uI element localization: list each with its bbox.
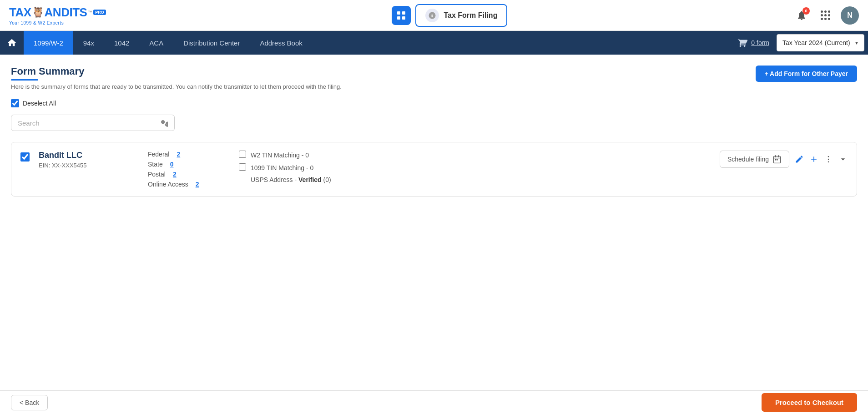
tin-1099-checkbox-wrapper [239,163,246,172]
tin-1099-row: 1099 TIN Matching - 0 [239,163,711,172]
w2-tin-label: W2 TIN Matching - 0 [251,151,309,159]
svg-rect-7 [775,159,777,161]
federal-count-row: Federal 2 [148,151,230,158]
search-input[interactable] [18,119,156,127]
notification-badge: 0 [802,7,810,15]
pro-badge: PRO [93,10,106,15]
state-count-row: State 0 [148,161,230,168]
logo-brand2: ANDITS [45,5,87,20]
svg-point-9 [828,156,829,157]
grid-dots-icon [821,10,830,20]
main-nav: 1099/W-2 94x 1042 ACA Distribution Cente… [0,31,868,55]
nav-item-address-book[interactable]: Address Book [250,31,312,55]
payer-actions: Schedule filing [720,151,848,168]
svg-rect-2 [397,16,400,20]
usps-count: (0) [323,176,331,183]
expand-chevron-btn[interactable] [838,155,848,164]
cart-count: 0 form [751,39,769,46]
online-access-label: Online Access [148,181,188,188]
form-summary-title-block: Form Summary Here is the summary of form… [11,66,342,90]
svg-point-11 [828,162,829,163]
online-access-count-row: Online Access 2 [148,181,230,188]
tin-1099-label: 1099 TIN Matching - 0 [251,164,313,172]
grid-white-icon [396,10,406,20]
tin-1099-checkbox[interactable] [239,163,246,171]
w2-tin-checkbox[interactable] [239,151,246,158]
svg-rect-1 [402,11,405,15]
svg-rect-3 [402,16,405,20]
apps-grid-btn[interactable] [817,7,833,24]
state-count[interactable]: 0 [170,161,174,168]
search-wrapper [11,115,175,131]
payer-counts: Federal 2 State 0 Postal 2 Online Access… [148,151,230,188]
logo-brand: TAX [9,5,31,20]
nav-cart-btn[interactable]: 0 form [730,38,777,48]
tax-form-filing-btn[interactable]: $ Tax Form Filing [415,4,507,27]
nav-home-btn[interactable] [0,31,24,55]
pencil-icon [795,155,804,164]
logo-area: TAX 🦉 ANDITS ™ PRO Your 1099 & W2 Expert… [9,5,106,25]
tax-icon: $ [428,11,436,20]
postal-count-row: Postal 2 [148,171,230,178]
nav-item-94x[interactable]: 94x [73,31,104,55]
w2-tin-checkbox-wrapper [239,151,246,160]
payer-checkbox-wrapper [20,152,30,163]
notification-btn[interactable]: 0 [793,7,810,24]
tax-form-icon-circle: $ [425,9,439,22]
chevron-down-icon [838,155,848,164]
header-center: $ Tax Form Filing [106,4,793,27]
logo-owl: 🦉 [32,6,44,18]
content-area: Form Summary Here is the summary of form… [0,55,868,233]
more-options-btn[interactable] [824,155,833,164]
tax-year-select[interactable]: Tax Year 2024 (Current) Tax Year 2023 Ta… [777,34,864,51]
search-icon [160,119,168,127]
online-access-count[interactable]: 2 [196,181,199,188]
postal-count[interactable]: 2 [173,171,177,178]
form-summary-header: Form Summary Here is the summary of form… [11,66,857,90]
nav-item-aca[interactable]: ACA [139,31,173,55]
nav-item-distribution-center[interactable]: Distribution Center [173,31,250,55]
header: TAX 🦉 ANDITS ™ PRO Your 1099 & W2 Expert… [0,0,868,31]
usps-status: Verified [298,176,322,183]
svg-rect-0 [397,11,400,15]
payer-name: Bandit LLC [39,151,139,160]
user-avatar[interactable]: N [841,6,859,25]
edit-icon-btn[interactable] [795,155,804,164]
nav-item-1099-w2[interactable]: 1099/W-2 [24,31,73,55]
deselect-row: Deselect All [11,99,857,107]
header-right: 0 N [793,6,859,25]
payer-tin-section: W2 TIN Matching - 0 1099 TIN Matching - … [239,151,711,183]
form-summary-desc: Here is the summary of forms that are re… [11,83,342,90]
postal-label: Postal [148,171,166,178]
state-label: State [148,161,163,168]
cart-icon [737,38,747,48]
svg-point-10 [828,159,829,160]
payer-select-checkbox[interactable] [20,152,30,162]
schedule-filing-btn[interactable]: Schedule filing [720,151,789,168]
usps-label: USPS Address - [251,176,298,183]
plus-icon [809,155,818,164]
logo-tagline: Your 1099 & W2 Experts [9,20,106,25]
search-icon-btn[interactable] [160,119,168,127]
home-icon [7,38,17,48]
calendar-icon [772,155,782,164]
svg-rect-8 [777,159,778,161]
w2-tin-row: W2 TIN Matching - 0 [239,151,711,160]
title-underline [11,79,38,81]
federal-label: Federal [148,151,169,158]
form-summary-title: Form Summary [11,66,342,77]
usps-row: USPS Address - Verified (0) [239,176,711,183]
payer-info: Bandit LLC EIN: XX-XXX5455 [39,151,139,169]
payer-ein: EIN: XX-XXX5455 [39,162,139,169]
add-form-btn[interactable]: + Add Form for Other Payer [756,66,857,82]
nav-item-1042[interactable]: 1042 [104,31,139,55]
add-icon-btn[interactable] [809,155,818,164]
deselect-all-checkbox[interactable] [11,99,19,107]
logo-tm: ™ [88,10,92,15]
deselect-label: Deselect All [23,100,56,107]
header-grid-icon-btn[interactable] [392,6,411,25]
tax-year-wrapper: Tax Year 2024 (Current) Tax Year 2023 Ta… [777,34,868,51]
federal-count[interactable]: 2 [177,151,180,158]
tax-form-filing-label: Tax Form Filing [444,11,497,20]
payer-card: Bandit LLC EIN: XX-XXX5455 Federal 2 Sta… [11,142,857,197]
